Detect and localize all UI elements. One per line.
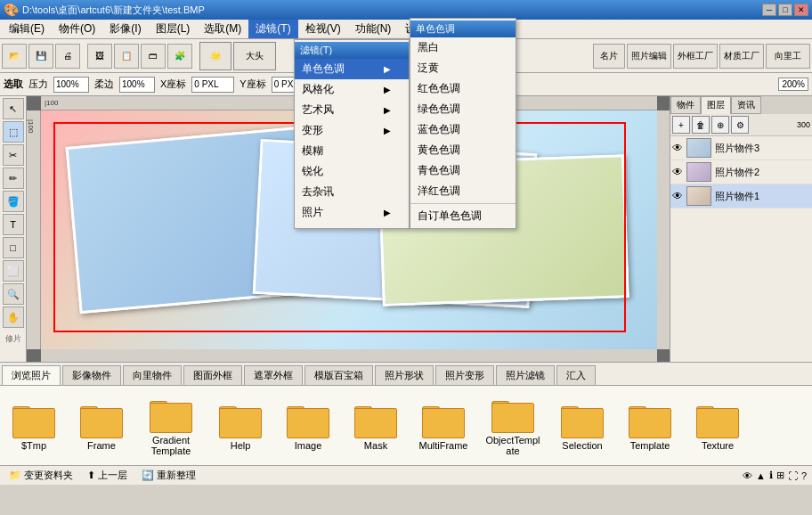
color-red[interactable]: 红色色调 — [410, 78, 516, 99]
info-status-icon[interactable]: ℹ — [769, 470, 773, 481]
reorganize-button[interactable]: 🔄 重新整理 — [138, 467, 199, 484]
tab-objects[interactable]: 物件 — [670, 96, 701, 114]
tab-photo-shape[interactable]: 照片形状 — [375, 365, 434, 385]
change-folder-button[interactable]: 📁 变更资料夹 — [5, 467, 77, 484]
folder-gradient-template[interactable]: Gradient Template — [142, 396, 199, 456]
up-level-button[interactable]: ⬆ 上一层 — [84, 467, 131, 484]
material-factory-button[interactable]: 材质工厂 — [719, 44, 764, 69]
filter-denoise[interactable]: 去杂讯 — [295, 182, 409, 202]
menu-object[interactable]: 物件(O) — [52, 20, 102, 38]
select-tool[interactable]: ⬚ — [3, 121, 24, 143]
tab-mask-outer[interactable]: 遮罩外框 — [244, 365, 303, 385]
color-yellow[interactable]: 黄色色调 — [410, 140, 516, 160]
menu-filter[interactable]: 滤镜(T) — [248, 20, 297, 38]
tab-photo-transform[interactable]: 照片变形 — [435, 365, 494, 385]
vscrollbar[interactable] — [657, 110, 670, 349]
minimize-button[interactable]: ─ — [762, 4, 776, 16]
arrow-status-icon[interactable]: ▲ — [756, 470, 766, 481]
fill-tool[interactable]: 🪣 — [3, 191, 24, 212]
filter-stylize[interactable]: 风格化 ▶ — [295, 79, 409, 100]
magic-btn[interactable]: 🌟 — [199, 42, 231, 70]
folder-multiframe[interactable]: MultiFrame — [417, 401, 470, 451]
namecard-button[interactable]: 名片 — [593, 44, 625, 69]
color-blue[interactable]: 蓝色色调 — [410, 119, 516, 140]
filter-artistic[interactable]: 艺术风 ▶ — [295, 100, 409, 120]
filter-sharpen[interactable]: 锐化 — [295, 161, 409, 182]
softedge-input[interactable] — [119, 77, 155, 93]
hscrollbar[interactable] — [41, 349, 657, 362]
print-button[interactable]: 🖨 — [55, 44, 80, 69]
close-button[interactable]: ✕ — [794, 4, 808, 16]
shape-tool[interactable]: □ — [3, 237, 24, 258]
tab-layers[interactable]: 图层 — [701, 96, 731, 114]
menu-image[interactable]: 影像(I) — [102, 20, 148, 38]
color-cyan[interactable]: 青色色调 — [410, 160, 516, 181]
filter-monochrome[interactable]: 单色色调 ▶ — [295, 59, 409, 79]
eraser-tool[interactable]: ⬜ — [3, 260, 24, 282]
template-button[interactable]: 📋 — [114, 44, 139, 69]
tab-vector-object[interactable]: 向里物件 — [123, 365, 182, 385]
load-button[interactable]: 📂 — [2, 44, 27, 69]
layer-item-3[interactable]: 👁 照片物件3 — [670, 136, 812, 160]
delete-layer-button[interactable]: 🗑 — [692, 116, 710, 134]
menu-function[interactable]: 功能(N) — [348, 20, 399, 38]
pen-tool[interactable]: ✏ — [3, 168, 24, 189]
folder-frame[interactable]: Frame — [75, 401, 128, 451]
add-frame-button[interactable]: 🖼 — [87, 44, 112, 69]
xcoord-input[interactable] — [191, 77, 234, 93]
puzzle-button[interactable]: 🧩 — [167, 44, 192, 69]
menu-layer[interactable]: 图层(L) — [149, 20, 198, 38]
fullscreen-icon[interactable]: ⛶ — [788, 470, 798, 481]
layer-item-1[interactable]: 👁 照片物件1 — [670, 184, 812, 208]
zoom-tool[interactable]: 🔍 — [3, 283, 24, 305]
char-btn[interactable]: 大头 — [233, 42, 276, 70]
hand-tool[interactable]: ✋ — [3, 307, 24, 328]
arrow-tool[interactable]: ↖ — [3, 98, 24, 119]
filter-distort[interactable]: 变形 ▶ — [295, 120, 409, 141]
layer-item-2[interactable]: 👁 照片物件2 — [670, 160, 812, 184]
folder-mask[interactable]: Mask — [349, 401, 402, 451]
folder-template[interactable]: Template — [623, 401, 677, 451]
tab-info[interactable]: 资讯 — [731, 96, 761, 114]
color-bw[interactable]: 黑白 — [410, 37, 516, 58]
tab-template-box[interactable]: 模版百宝箱 — [304, 365, 373, 385]
menu-select[interactable]: 选取(M) — [197, 20, 248, 38]
frame-factory-button[interactable]: 外框工厂 — [673, 44, 718, 69]
folder-help[interactable]: Help — [214, 401, 267, 451]
color-green[interactable]: 绿色色调 — [410, 99, 516, 119]
crop-tool[interactable]: ✂ — [3, 144, 24, 166]
folder-image[interactable]: Image — [281, 401, 335, 451]
collage-button[interactable]: 🗃 — [141, 44, 166, 69]
vector-button[interactable]: 向里工 — [766, 44, 810, 69]
text-tool[interactable]: T — [3, 214, 24, 235]
save-button[interactable]: 💾 — [28, 44, 53, 69]
add-layer-button[interactable]: + — [672, 116, 690, 134]
tab-photo-filter[interactable]: 照片滤镜 — [496, 365, 555, 385]
menu-view[interactable]: 检视(V) — [298, 20, 348, 38]
merge-layer-button[interactable]: ⊕ — [711, 116, 729, 134]
tab-image-object[interactable]: 影像物件 — [62, 365, 121, 385]
photo-edit-button[interactable]: 照片编辑 — [627, 44, 671, 69]
filter-photo[interactable]: 照片 ▶ — [295, 202, 409, 223]
folder-texture[interactable]: Texture — [691, 401, 744, 451]
folder-objecttemplate[interactable]: ObjectTemplate — [484, 396, 541, 456]
maximize-button[interactable]: □ — [778, 4, 792, 16]
pressure-input[interactable] — [53, 77, 89, 93]
tab-import[interactable]: 汇入 — [556, 365, 596, 385]
color-magenta[interactable]: 洋红色调 — [410, 181, 516, 201]
filter-blur[interactable]: 模糊 — [295, 141, 409, 161]
eye-icon-1[interactable]: 👁 — [672, 190, 683, 202]
tab-browse-photo[interactable]: 浏览照片 — [2, 365, 61, 385]
help-status-icon[interactable]: ? — [801, 470, 807, 481]
folder-tmp[interactable]: $Tmp — [7, 401, 61, 451]
eye-icon-3[interactable]: 👁 — [672, 142, 683, 154]
eye-icon-2[interactable]: 👁 — [672, 166, 683, 178]
tab-frame-outer[interactable]: 图面外框 — [183, 365, 242, 385]
eye-status-icon[interactable]: 👁 — [743, 470, 752, 481]
color-custom[interactable]: 自订单色色调 — [410, 206, 516, 226]
color-sepia[interactable]: 泛黄 — [410, 58, 516, 78]
grid-status-icon[interactable]: ⊞ — [776, 470, 784, 481]
properties-button[interactable]: ⚙ — [731, 116, 749, 134]
folder-selection[interactable]: Selection — [556, 401, 609, 451]
menu-edit[interactable]: 编辑(E) — [2, 20, 52, 38]
